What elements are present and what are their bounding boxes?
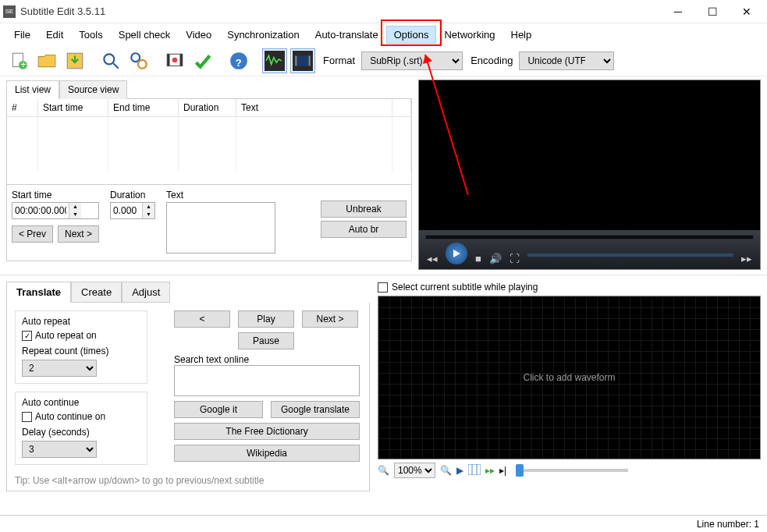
delay-select[interactable]: 3: [22, 441, 97, 458]
waveform-toggle-button[interactable]: [262, 48, 287, 73]
waveform-placeholder: Click to add waveform: [523, 372, 615, 383]
spinner-down-icon[interactable]: ▼: [143, 211, 154, 218]
autocontinue-group: Auto continue Auto continue on Delay (se…: [15, 392, 147, 465]
tab-source-view[interactable]: Source view: [59, 80, 127, 99]
col-extra[interactable]: [392, 99, 411, 116]
wave-grid-icon[interactable]: [468, 464, 481, 477]
unbreak-button[interactable]: Unbreak: [321, 200, 407, 218]
encoding-select[interactable]: Unicode (UTF-8): [519, 51, 614, 70]
select-while-playing-checkbox[interactable]: Select current subtitle while playing: [378, 282, 761, 293]
menu-options[interactable]: Options: [386, 26, 437, 44]
subtitle-grid[interactable]: # Start time End time Duration Text: [6, 99, 412, 185]
volume-slider[interactable]: [527, 254, 733, 257]
free-dictionary-button[interactable]: The Free Dictionary: [174, 423, 360, 440]
wikipedia-button[interactable]: Wikipedia: [174, 445, 360, 462]
help-button[interactable]: ?: [226, 48, 251, 73]
save-button[interactable]: [62, 48, 87, 73]
svg-rect-19: [295, 55, 297, 66]
google-it-button[interactable]: Google it: [174, 401, 263, 418]
close-button[interactable]: ✕: [730, 1, 764, 23]
spinner-down-icon[interactable]: ▼: [69, 211, 81, 218]
tab-list-view[interactable]: List view: [6, 80, 59, 99]
delay-label: Delay (seconds): [22, 427, 140, 438]
menu-autotranslate[interactable]: Auto-translate: [307, 26, 386, 44]
prev-button[interactable]: < Prev: [12, 225, 53, 243]
wave-forward-icon[interactable]: ▸▸: [485, 465, 495, 476]
spinner-up-icon[interactable]: ▲: [69, 203, 81, 211]
new-file-button[interactable]: +: [6, 48, 31, 73]
svg-point-6: [104, 54, 114, 64]
pause-button[interactable]: Pause: [238, 332, 294, 349]
skip-back-icon[interactable]: ◂◂: [427, 253, 438, 264]
minimize-button[interactable]: ─: [661, 1, 695, 23]
menu-video[interactable]: Video: [178, 26, 219, 44]
svg-point-13: [172, 57, 178, 62]
menu-tools[interactable]: Tools: [71, 26, 110, 44]
waveform-area[interactable]: Click to add waveform: [378, 296, 761, 459]
autorepeat-group: Auto repeat ✓ Auto repeat on Repeat coun…: [15, 310, 147, 384]
duration-input[interactable]: ▲▼: [110, 202, 155, 219]
stop-icon[interactable]: ■: [475, 253, 481, 264]
spinner-up-icon[interactable]: ▲: [143, 203, 154, 211]
tab-create[interactable]: Create: [71, 282, 122, 303]
autocontinue-title: Auto continue: [22, 397, 140, 408]
play-next-button[interactable]: Next >: [302, 310, 358, 328]
replace-button[interactable]: [126, 48, 151, 73]
google-translate-button[interactable]: Google translate: [271, 401, 360, 418]
view-tabs: List view Source view: [6, 80, 412, 99]
menu-edit[interactable]: Edit: [38, 26, 71, 44]
skip-forward-icon[interactable]: ▸▸: [741, 253, 752, 264]
tip-text: Tip: Use <alt+arrow up/down> to go to pr…: [15, 475, 264, 486]
col-number[interactable]: #: [7, 99, 38, 116]
svg-point-9: [138, 59, 147, 68]
maximize-button[interactable]: ☐: [695, 1, 730, 23]
menu-help[interactable]: Help: [503, 26, 540, 44]
repeat-count-select[interactable]: 2: [22, 360, 97, 377]
wave-end-icon[interactable]: ▸|: [499, 465, 506, 476]
volume-icon[interactable]: 🔊: [489, 253, 502, 264]
svg-rect-20: [309, 55, 311, 66]
col-end[interactable]: End time: [108, 99, 179, 116]
line-number-status: Line number: 1: [697, 519, 759, 530]
video-player[interactable]: ◂◂ ■ 🔊 ⛶ ▸▸: [418, 80, 761, 270]
col-start[interactable]: Start time: [38, 99, 108, 116]
svg-rect-22: [468, 464, 481, 475]
menu-spellcheck[interactable]: Spell check: [111, 26, 178, 44]
tab-adjust[interactable]: Adjust: [122, 282, 170, 303]
autocontinue-checkbox[interactable]: Auto continue on: [22, 411, 140, 422]
zoom-select[interactable]: 100%: [394, 463, 435, 478]
menu-networking[interactable]: Networking: [436, 26, 502, 44]
checkbox-unchecked-icon: [22, 412, 32, 422]
translate-panel: Auto repeat ✓ Auto repeat on Repeat coun…: [6, 303, 370, 491]
menu-file[interactable]: File: [6, 26, 38, 44]
play-icon[interactable]: [446, 243, 467, 264]
visual-sync-button[interactable]: [162, 48, 187, 73]
play-button[interactable]: Play: [238, 310, 294, 328]
tab-translate[interactable]: Translate: [6, 282, 71, 303]
menu-sync[interactable]: Synchronization: [219, 26, 307, 44]
format-select[interactable]: SubRip (.srt): [361, 51, 463, 70]
mode-tabs: Translate Create Adjust: [6, 282, 370, 303]
next-button[interactable]: Next >: [58, 225, 99, 243]
search-text-input[interactable]: [174, 365, 360, 396]
grid-body[interactable]: [7, 117, 411, 172]
window-title: Subtitle Edit 3.5.11: [20, 5, 661, 17]
autorepeat-checkbox[interactable]: ✓ Auto repeat on: [22, 330, 140, 341]
fullscreen-icon[interactable]: ⛶: [510, 253, 520, 264]
spellcheck-button[interactable]: [190, 48, 215, 73]
open-file-button[interactable]: [34, 48, 59, 73]
video-seek-bar[interactable]: [425, 235, 754, 239]
wave-play-icon[interactable]: ▶: [456, 465, 463, 476]
start-time-input[interactable]: ▲▼: [12, 202, 99, 219]
play-back-button[interactable]: <: [174, 310, 230, 328]
slider-thumb-icon[interactable]: [516, 464, 524, 477]
zoom-out-icon[interactable]: 🔍: [378, 465, 389, 476]
col-duration[interactable]: Duration: [179, 99, 236, 116]
text-input[interactable]: [166, 202, 275, 254]
video-toggle-button[interactable]: [290, 48, 315, 73]
col-text[interactable]: Text: [236, 99, 392, 116]
find-button[interactable]: [98, 48, 123, 73]
wave-position-slider[interactable]: [519, 469, 628, 472]
autobr-button[interactable]: Auto br: [321, 221, 407, 238]
zoom-in-icon[interactable]: 🔍: [440, 465, 452, 476]
